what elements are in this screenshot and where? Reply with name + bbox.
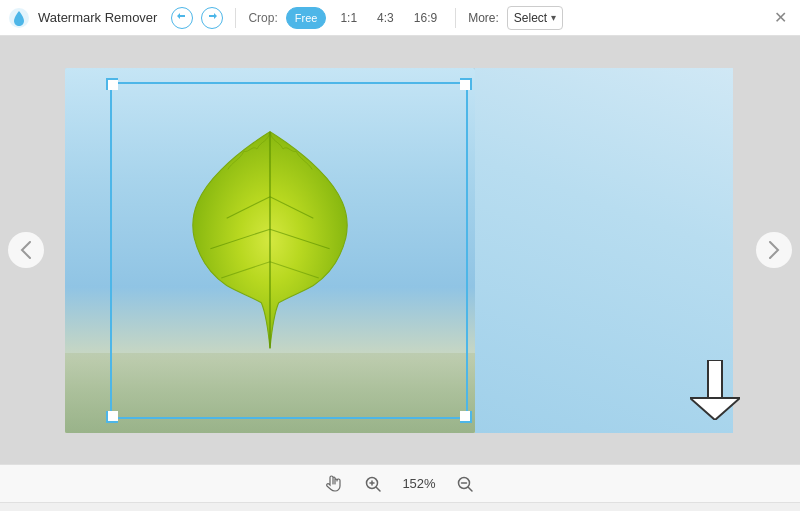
svg-line-13 — [377, 487, 381, 491]
svg-marker-9 — [690, 398, 740, 420]
zoom-level: 152% — [398, 476, 440, 491]
footer: New Image Back Save — [0, 502, 800, 511]
dropdown-arrow-icon: ▾ — [551, 12, 556, 23]
divider2 — [455, 8, 456, 28]
crop-4-3-button[interactable]: 4:3 — [371, 7, 400, 29]
divider — [235, 8, 236, 28]
titlebar: Watermark Remover Crop: Free 1:1 4:3 16:… — [0, 0, 800, 36]
zoom-in-button[interactable] — [360, 471, 386, 497]
crop-1-1-button[interactable]: 1:1 — [334, 7, 363, 29]
svg-rect-8 — [708, 360, 722, 398]
svg-line-16 — [469, 487, 473, 491]
main-image[interactable] — [65, 68, 475, 433]
close-button[interactable]: ✕ — [768, 6, 792, 30]
app-title: Watermark Remover — [38, 10, 157, 25]
select-dropdown[interactable]: Select ▾ — [507, 6, 563, 30]
undo-button[interactable] — [171, 7, 193, 29]
redo-button[interactable] — [201, 7, 223, 29]
leaf-svg — [65, 68, 475, 433]
next-image-button[interactable] — [756, 232, 792, 268]
down-arrow-indicator — [690, 360, 740, 424]
app-logo-icon — [8, 7, 30, 29]
crop-label: Crop: — [248, 11, 277, 25]
prev-image-button[interactable] — [8, 232, 44, 268]
image-container — [65, 53, 735, 448]
zoom-out-button[interactable] — [452, 471, 478, 497]
crop-16-9-button[interactable]: 16:9 — [408, 7, 443, 29]
canvas-area — [0, 36, 800, 464]
hand-tool-button[interactable] — [322, 471, 348, 497]
more-label: More: — [468, 11, 499, 25]
crop-free-button[interactable]: Free — [286, 7, 327, 29]
zoom-toolbar: 152% — [0, 464, 800, 502]
